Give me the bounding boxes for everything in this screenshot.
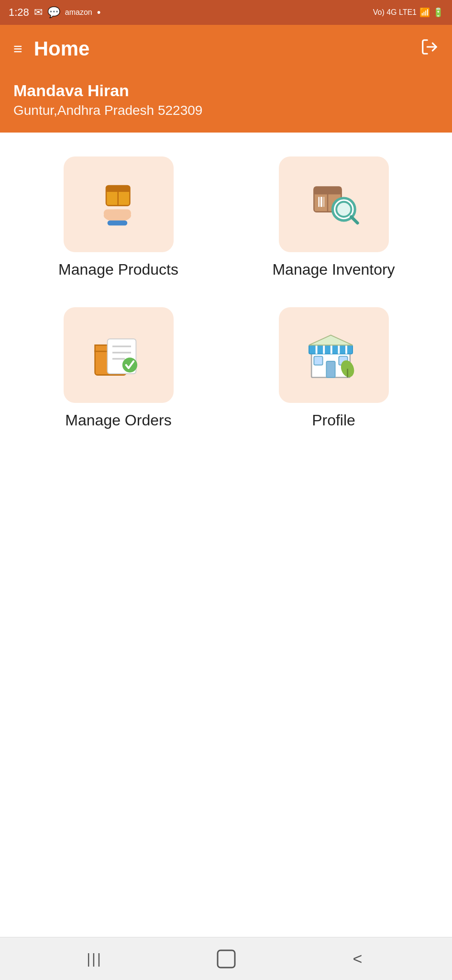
manage-orders-label: Manage Orders xyxy=(65,412,171,429)
bottom-nav-bar: ||| < xyxy=(0,937,452,980)
status-mail-icon: ✉ xyxy=(34,6,43,19)
status-signal-text: Vo) 4G LTE1 xyxy=(373,8,417,17)
svg-point-8 xyxy=(117,216,123,220)
status-amazon-icon: amazon xyxy=(65,8,92,17)
user-banner: Mandava Hiran Guntur,Andhra Pradesh 5223… xyxy=(0,73,452,133)
app-header: ≡ Home xyxy=(0,25,452,73)
manage-inventory-icon-box xyxy=(279,156,389,252)
status-bar: 1:28 ✉ 💬 amazon • Vo) 4G LTE1 📶 🔋 xyxy=(0,0,452,25)
svg-point-7 xyxy=(110,216,117,220)
menu-grid: Manage Products xyxy=(30,156,422,429)
manage-products-icon xyxy=(88,173,150,235)
hamburger-menu-icon[interactable]: ≡ xyxy=(13,41,22,56)
nav-menu-icon[interactable]: ||| xyxy=(80,945,109,973)
status-dot-icon: • xyxy=(97,6,101,19)
svg-line-19 xyxy=(351,217,357,223)
svg-rect-35 xyxy=(314,356,322,365)
status-battery-icon: 🔋 xyxy=(433,7,443,18)
manage-orders-icon-box xyxy=(64,307,174,403)
manage-products-label: Manage Products xyxy=(58,261,178,278)
svg-rect-40 xyxy=(218,950,235,968)
svg-point-9 xyxy=(123,215,129,219)
profile-label: Profile xyxy=(312,412,355,429)
manage-inventory-icon xyxy=(303,173,365,235)
manage-inventory-label: Manage Inventory xyxy=(272,261,395,278)
menu-item-manage-inventory[interactable]: Manage Inventory xyxy=(245,156,422,278)
nav-home-icon[interactable] xyxy=(212,945,241,973)
svg-rect-10 xyxy=(107,221,127,225)
svg-rect-34 xyxy=(326,361,335,378)
nav-back-icon[interactable]: < xyxy=(343,945,372,973)
page-title: Home xyxy=(34,37,90,60)
profile-icon xyxy=(303,324,365,386)
status-bar-right: Vo) 4G LTE1 📶 🔋 xyxy=(373,7,443,18)
menu-item-profile[interactable]: Profile xyxy=(245,307,422,429)
main-content: Manage Products xyxy=(0,133,452,695)
svg-point-18 xyxy=(336,202,351,217)
logout-icon[interactable] xyxy=(420,38,439,60)
manage-products-icon-box xyxy=(64,156,174,252)
svg-point-6 xyxy=(104,215,110,219)
status-bar-left: 1:28 ✉ 💬 amazon • xyxy=(9,6,100,19)
user-name: Mandava Hiran xyxy=(13,81,439,100)
manage-orders-icon xyxy=(88,324,150,386)
status-time: 1:28 xyxy=(9,6,29,19)
menu-item-manage-products[interactable]: Manage Products xyxy=(30,156,207,278)
user-location: Guntur,Andhra Pradesh 522309 xyxy=(13,103,439,118)
status-message-icon: 💬 xyxy=(47,6,60,19)
svg-marker-37 xyxy=(309,335,353,345)
status-signal-icon: 📶 xyxy=(419,7,430,18)
content-spacer xyxy=(0,695,452,937)
header-left: ≡ Home xyxy=(13,37,89,60)
profile-icon-box xyxy=(279,307,389,403)
menu-item-manage-orders[interactable]: Manage Orders xyxy=(30,307,207,429)
